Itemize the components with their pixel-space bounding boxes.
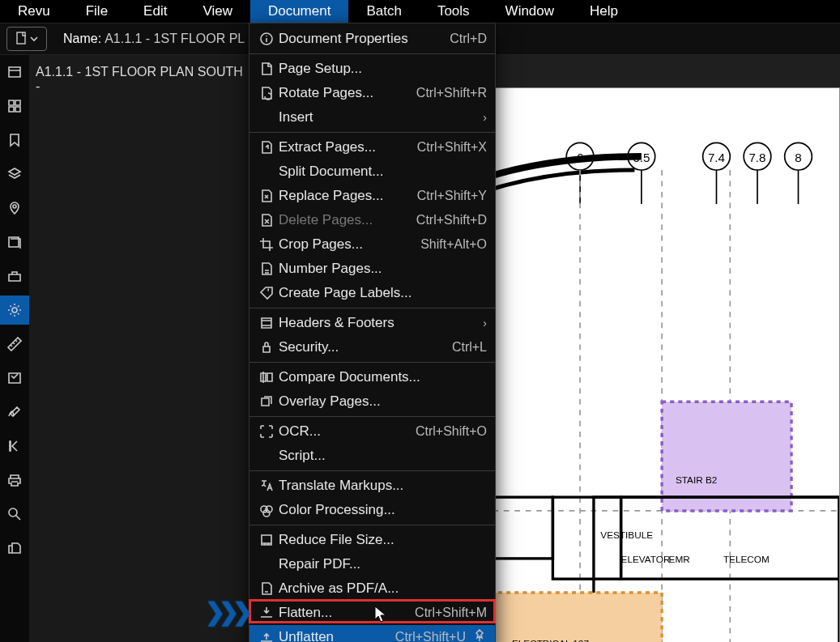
menu-item-extract-pages[interactable]: Extract Pages...Ctrl+Shift+X bbox=[249, 135, 495, 159]
menu-separator bbox=[249, 525, 495, 525]
menu-item-archive-as-pdf-a[interactable]: Archive as PDF/A... bbox=[249, 576, 495, 601]
menu-item-ocr[interactable]: OCR...Ctrl+Shift+O bbox=[249, 419, 495, 444]
menu-item-crop-pages[interactable]: Crop Pages...Shift+Alt+O bbox=[249, 232, 495, 257]
menu-separator bbox=[249, 470, 495, 471]
sidebar-link-icon[interactable] bbox=[6, 539, 23, 557]
pin-icon[interactable] bbox=[466, 628, 487, 642]
sidebar-sets-icon[interactable] bbox=[6, 233, 23, 251]
rotate-pages-icon bbox=[254, 86, 279, 100]
menu-item-label: Compare Documents... bbox=[279, 369, 487, 385]
translate-icon bbox=[254, 478, 279, 493]
menu-item-color-processing[interactable]: Color Processing... bbox=[249, 498, 495, 522]
menu-item-create-page-labels[interactable]: Create Page Labels... bbox=[249, 281, 495, 305]
menu-item-shortcut: Ctrl+L bbox=[446, 340, 487, 355]
sidebar-location-icon[interactable] bbox=[6, 199, 23, 217]
menu-item-insert[interactable]: Insert› bbox=[249, 105, 495, 130]
menu-item-flatten[interactable]: Flatten...Ctrl+Shift+M bbox=[249, 601, 495, 625]
menu-item-rotate-pages[interactable]: Rotate Pages...Ctrl+Shift+R bbox=[249, 81, 495, 105]
menu-item-replace-pages[interactable]: Replace Pages...Ctrl+Shift+Y bbox=[249, 184, 495, 208]
svg-text:VESTIBULE: VESTIBULE bbox=[600, 529, 653, 540]
menu-item-window[interactable]: Window bbox=[488, 0, 572, 23]
delete-pages-icon bbox=[259, 213, 274, 227]
menu-item-help[interactable]: Help bbox=[572, 0, 636, 23]
layers-icon bbox=[7, 167, 22, 181]
ocr-icon bbox=[259, 424, 274, 439]
menu-item-unflatten[interactable]: UnflattenCtrl+Shift+U bbox=[249, 625, 495, 642]
color-processing-icon bbox=[259, 503, 274, 517]
document-picker-button[interactable] bbox=[6, 27, 47, 51]
menu-item-label: Headers & Footers bbox=[279, 315, 483, 331]
archive-icon bbox=[259, 581, 274, 596]
sidebar-toolbox-icon[interactable] bbox=[6, 267, 23, 285]
sidebar-gear-icon[interactable] bbox=[0, 295, 29, 325]
menu-item-number-pages[interactable]: Number Pages... bbox=[249, 257, 495, 281]
flatten-icon bbox=[254, 606, 279, 620]
menu-item-view[interactable]: View bbox=[185, 0, 250, 23]
color-processing-icon bbox=[254, 503, 279, 517]
menu-item-script[interactable]: Script... bbox=[249, 444, 495, 468]
back-icon bbox=[7, 439, 22, 453]
headers-footers-icon bbox=[254, 316, 279, 330]
crop-pages-icon bbox=[254, 237, 279, 252]
number-pages-icon bbox=[259, 261, 274, 276]
thumbnail-label[interactable]: A1.1.1 - 1ST FLOOR PLAN SOUTH - bbox=[36, 65, 245, 94]
menu-item-label: Insert bbox=[279, 109, 483, 125]
svg-rect-35 bbox=[662, 402, 791, 511]
menu-item-document-properties[interactable]: Document PropertiesCtrl+D bbox=[249, 27, 495, 51]
sidebar-measure-icon[interactable] bbox=[6, 335, 23, 353]
menu-item-page-setup[interactable]: Page Setup... bbox=[249, 57, 495, 81]
menu-item-reduce-file-size[interactable]: Reduce File Size... bbox=[249, 528, 495, 552]
menu-item-label: Security... bbox=[279, 339, 446, 355]
page-setup-icon bbox=[254, 62, 279, 76]
menu-item-document[interactable]: Document bbox=[250, 0, 348, 23]
menu-item-repair-pdf[interactable]: Repair PDF... bbox=[249, 552, 495, 576]
sidebar-bookmark-icon[interactable] bbox=[6, 131, 23, 149]
menu-item-security[interactable]: Security...Ctrl+L bbox=[249, 335, 495, 359]
menu-item-tools[interactable]: Tools bbox=[420, 0, 488, 23]
menu-item-label: Reduce File Size... bbox=[279, 532, 487, 548]
thumbnail-panel: A1.1.1 - 1ST FLOOR PLAN SOUTH - bbox=[29, 55, 252, 642]
extract-pages-icon bbox=[254, 140, 279, 155]
unflatten-icon bbox=[259, 630, 274, 642]
sidebar-stamp-icon[interactable] bbox=[6, 369, 23, 387]
menu-item-label: Script... bbox=[279, 448, 487, 464]
menu-item-split-document[interactable]: Split Document... bbox=[249, 159, 495, 184]
menu-item-batch[interactable]: Batch bbox=[348, 0, 419, 23]
sidebar-back-icon[interactable] bbox=[6, 437, 23, 455]
page-labels-icon bbox=[254, 286, 279, 300]
sidebar-panel-icon[interactable] bbox=[6, 63, 23, 81]
sidebar-print-icon[interactable] bbox=[6, 471, 23, 489]
number-pages-icon bbox=[254, 261, 279, 276]
unflatten-icon bbox=[254, 630, 279, 642]
menu-item-label: OCR... bbox=[279, 423, 409, 440]
sidebar-search-icon[interactable] bbox=[6, 505, 23, 523]
sidebar-signature-icon[interactable] bbox=[6, 403, 23, 421]
menu-item-overlay-pages[interactable]: Overlay Pages... bbox=[249, 389, 495, 414]
menu-item-revu[interactable]: Revu bbox=[0, 0, 68, 23]
grid-icon bbox=[7, 99, 22, 113]
document-menu-dropdown: Document PropertiesCtrl+DPage Setup...Ro… bbox=[249, 23, 496, 642]
sidebar-layers-icon[interactable] bbox=[6, 165, 23, 183]
menu-item-headers-footers[interactable]: Headers & Footers› bbox=[249, 311, 495, 335]
replace-pages-icon bbox=[254, 189, 279, 203]
menu-item-shortcut: Ctrl+Shift+O bbox=[409, 424, 487, 439]
menu-item-compare-documents[interactable]: Compare Documents... bbox=[249, 365, 495, 389]
menu-item-label: Split Document... bbox=[279, 164, 487, 180]
crop-pages-icon bbox=[259, 237, 274, 252]
menu-item-label: Crop Pages... bbox=[279, 236, 414, 253]
menu-item-edit[interactable]: Edit bbox=[126, 0, 185, 23]
translate-icon bbox=[259, 478, 274, 493]
replace-pages-icon bbox=[259, 189, 274, 203]
pin-icon bbox=[472, 628, 487, 642]
delete-pages-icon bbox=[254, 213, 279, 227]
menu-item-file[interactable]: File bbox=[68, 0, 126, 23]
svg-text:7.4: 7.4 bbox=[708, 151, 725, 164]
sidebar-grid-icon[interactable] bbox=[6, 97, 23, 115]
svg-text:STAIR B2: STAIR B2 bbox=[676, 474, 717, 485]
chevron-down-icon bbox=[30, 35, 38, 43]
menu-item-label: Document Properties bbox=[279, 31, 443, 47]
gear-icon bbox=[7, 303, 22, 317]
menu-item-label: Rotate Pages... bbox=[279, 85, 410, 101]
menu-item-label: Flatten... bbox=[279, 605, 408, 621]
menu-item-translate-markups[interactable]: Translate Markups... bbox=[249, 474, 495, 498]
